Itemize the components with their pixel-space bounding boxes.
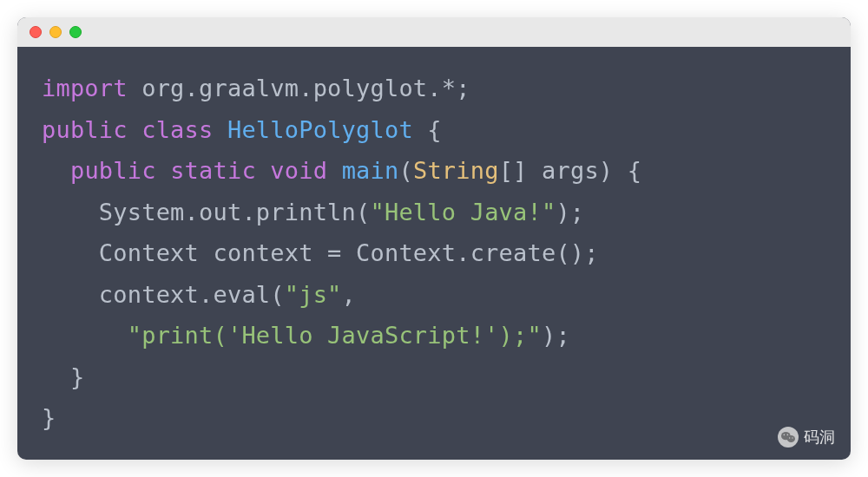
svg-point-5: [792, 437, 792, 438]
code-token: class: [141, 116, 213, 143]
code-editor: import org.graalvm.polyglot.*;public cla…: [17, 47, 851, 460]
code-token: [] args) {: [499, 157, 642, 184]
zoom-button[interactable]: [69, 26, 82, 38]
code-token: String: [413, 157, 499, 184]
code-token: System.out.println(: [42, 199, 370, 225]
code-line: }: [42, 397, 826, 439]
code-line: }: [42, 356, 826, 398]
code-line: context.eval("js",: [42, 274, 826, 316]
code-token: import: [42, 75, 128, 101]
code-token: [42, 157, 70, 184]
code-token: main: [342, 157, 399, 184]
code-line: System.out.println("Hello Java!");: [42, 192, 826, 233]
code-token: [156, 157, 170, 184]
code-token: [128, 75, 141, 101]
code-token: context.eval(: [42, 281, 285, 308]
wechat-icon: [778, 427, 799, 448]
code-line: public static void main(String[] args) {: [42, 150, 826, 192]
code-token: [256, 157, 270, 184]
code-token: ,: [342, 281, 356, 308]
code-line: import org.graalvm.polyglot.*;: [42, 68, 826, 109]
code-token: (: [398, 157, 412, 184]
close-button[interactable]: [30, 26, 42, 38]
code-line: "print('Hello JavaScript!');");: [42, 315, 826, 356]
code-token: public: [42, 116, 128, 143]
code-token: );: [556, 199, 584, 225]
code-token: );: [542, 322, 570, 349]
code-token: HelloPolyglot: [227, 116, 413, 143]
code-token: void: [270, 157, 327, 184]
svg-point-3: [787, 435, 789, 436]
svg-point-4: [789, 437, 790, 438]
code-token: ;: [456, 75, 470, 101]
code-token: [327, 157, 341, 184]
code-token: public: [70, 157, 156, 184]
code-token: [128, 116, 141, 143]
code-token: "js": [285, 281, 342, 308]
code-token: Context context = Context.create();: [42, 239, 599, 266]
code-token: "print('Hello JavaScript!');": [128, 322, 542, 349]
svg-point-2: [784, 435, 786, 436]
watermark-text: 码洞: [804, 427, 835, 448]
code-window: import org.graalvm.polyglot.*;public cla…: [17, 17, 851, 460]
code-token: {: [413, 116, 442, 143]
svg-point-1: [787, 435, 795, 442]
code-token: [42, 322, 128, 349]
code-line: public class HelloPolyglot {: [42, 109, 826, 151]
code-token: }: [42, 404, 56, 431]
titlebar: [17, 17, 851, 47]
minimize-button[interactable]: [49, 26, 62, 38]
code-token: [213, 116, 227, 143]
code-token: "Hello Java!": [370, 199, 556, 225]
code-token: org.graalvm.polyglot.*: [141, 75, 456, 101]
code-line: Context context = Context.create();: [42, 232, 826, 274]
code-token: static: [170, 157, 256, 184]
watermark: 码洞: [778, 427, 835, 448]
code-token: }: [42, 363, 84, 390]
wechat-icon-svg: [781, 431, 795, 443]
